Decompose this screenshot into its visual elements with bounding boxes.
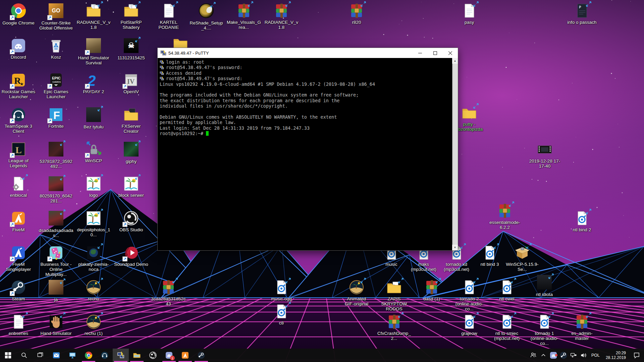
desktop-icon-make-visuals-grea[interactable]: Make_Visuals_Grea... — [226, 3, 261, 30]
desktop-icon-ntl-cwel[interactable]: ntl cwel — [489, 279, 524, 301]
taskbar-putty-button[interactable] — [113, 349, 129, 362]
taskbar-start-button[interactable] — [0, 349, 16, 362]
taskbar-fivem-button[interactable] — [177, 349, 193, 362]
tray-steam-icon[interactable] — [558, 351, 569, 359]
desktop-icon-business-tour-online-multiplay[interactable]: Business Tour - Online Multiplay... — [39, 245, 73, 277]
desktop-icon-cfxcrashdump-2[interactable]: CfxCrashDump_2... — [377, 314, 412, 341]
desktop-icon-payday-2[interactable]: 2 PAYDAY 2 — [76, 72, 111, 94]
desktop-icon-pasy[interactable]: pasy — [452, 3, 487, 25]
desktop-icon-soundpad-demo[interactable]: Soundpad Demo — [114, 245, 149, 267]
scrollbar-thumb[interactable] — [452, 64, 453, 245]
desktop-icon-53781872-3592492[interactable]: 53781872_3592492... — [39, 141, 73, 169]
desktop-icon-ntl-bind-2[interactable]: ntl bind 2 — [565, 210, 599, 232]
desktop-icon-fivem[interactable]: FiveM — [1, 210, 36, 232]
desktop-icon-bez-tytu-u[interactable]: Bez tytułu — [76, 107, 111, 129]
action-center-button[interactable] — [629, 352, 644, 359]
desktop-icon-logo[interactable]: logo — [76, 176, 111, 198]
desktop-icon-enblocal[interactable]: enblocal — [1, 176, 36, 198]
taskbar-taskview-button[interactable] — [32, 349, 48, 362]
desktop-icon-enbseries[interactable]: enbseries — [1, 314, 36, 336]
desktop-icon-3cda28a531d52c43[interactable]: 3cda28a531d52c43 — [151, 279, 186, 306]
desktop-icon-radiance-v-v1-8[interactable]: RADIANCE_V_v1.8 — [76, 3, 111, 30]
terminal-line — [160, 87, 457, 92]
desktop-icon-obs-studio[interactable]: OBS Studio — [114, 210, 149, 232]
desktop-icon-ntl-to-smiec-mp3cut-net[interactable]: ntl to smiec (mp3cut.net) — [489, 314, 524, 341]
desktop-icon-discord[interactable]: Discord — [1, 38, 36, 60]
scrollbar-down-arrow[interactable]: ▼ — [452, 245, 458, 250]
desktop-icon-info-o-passach[interactable]: P info o passach — [565, 3, 599, 25]
desktop-icon-depositphotos-10[interactable]: depositphotos_10... — [76, 210, 111, 237]
maximize-button[interactable] — [428, 48, 443, 58]
taskbar-explorer-button[interactable] — [129, 349, 145, 362]
desktop-icon-teamspeak-3-client[interactable]: TeamSpeak 3 Client — [1, 107, 36, 134]
desktop-icon-reshade-setup-4[interactable]: ReShade_Setup_4.... — [189, 3, 224, 31]
taskbar-discord-button[interactable]: 1 — [161, 349, 177, 362]
desktop-icon-zapis-skrypt-w-rodos[interactable]: ZAPIS SKRYPTÓW RODOS — [377, 279, 412, 311]
desktop-icon-winscp[interactable]: WinSCP — [76, 141, 111, 163]
desktop-icon-dsaddadsadsadas[interactable]: dsaddadsadsadas... — [39, 210, 73, 238]
desktop-icon-c8[interactable]: c8 — [264, 303, 299, 325]
desktop-icon-music-ogg[interactable]: music.ogg — [264, 279, 299, 301]
taskbar-teamspeak-button[interactable] — [97, 349, 113, 362]
tray-chevron-up-icon[interactable] — [538, 351, 548, 359]
language-indicator[interactable]: POL — [589, 353, 602, 358]
desktop-icon-rechu-1[interactable]: rechu (1) — [76, 314, 111, 336]
desktop-icon-openiv[interactable]: IV OpenIV — [114, 72, 149, 94]
desktop-icon-ja[interactable]: ja — [39, 279, 73, 302]
desktop-icon-hand-simulator-survival[interactable]: Hand Simulator Survival — [76, 38, 111, 65]
desktop-icon-tornado-2-online-audio-co[interactable]: tornado 2 (online-audio-co... — [452, 279, 487, 311]
tray-network-icon[interactable] — [569, 351, 579, 359]
desktop-icon-dasd-1[interactable]: dasd (1) — [414, 279, 449, 301]
desktop-icon-essentialmode-6-2-2[interactable]: essentialmode-6.2.2 — [487, 203, 522, 230]
desktop-icon-fxserver-creator[interactable]: FXServer Creator — [114, 107, 149, 134]
taskbar-steam-button[interactable] — [193, 349, 209, 362]
desktop-icon-animated-gif-original[interactable]: Animated GIF-original — [339, 279, 374, 306]
taskbar-obs-button[interactable] — [145, 349, 161, 362]
desktop-icon-epic-games-launcher[interactable]: EPIC GAMES Epic Games Launcher — [39, 72, 73, 99]
taskbar-chrome-button[interactable] — [80, 349, 97, 362]
taskbar-search-button[interactable] — [16, 349, 32, 362]
desktop-icon-fivem-singleplayer[interactable]: FiveM Singleplayer — [1, 245, 36, 272]
desktop-icon-11312315425[interactable]: ☠ 11312315425 — [114, 38, 149, 60]
desktop-icon-steam[interactable]: Steam — [1, 279, 36, 301]
desktop-icon-block-serwer[interactable]: block serwer — [114, 176, 149, 198]
desktop-icon-rechu[interactable]: rechu — [76, 279, 111, 301]
desktop-icon-league-of-legends[interactable]: L League of Legends — [1, 141, 36, 168]
scrollbar-up-arrow[interactable]: ▲ — [452, 58, 458, 64]
clock[interactable]: 20:29 28.12.2019 — [602, 351, 629, 360]
tray-volume-icon[interactable] — [579, 351, 589, 359]
taskbar-thispc-button[interactable] — [64, 349, 80, 362]
desktop-icon-ntl-idiota[interactable]: ntl idiota — [527, 274, 562, 297]
terminal-output[interactable]: login as: root root@54.38.49.47's passwo… — [158, 58, 458, 250]
tray-people-icon[interactable] — [528, 351, 538, 359]
desktop-icon-rockstar-games-launcher[interactable]: R ★ Rockstar Games Launcher — [1, 72, 36, 99]
terminal-scrollbar[interactable]: ▲ ▼ — [452, 58, 458, 250]
tray-discord-icon[interactable] — [548, 351, 558, 359]
desktop-icon-google-chrome[interactable]: Google Chrome — [1, 3, 36, 25]
desktop-icon-polstarrp-shadery[interactable]: PolStarRP Shadery — [114, 3, 149, 30]
compressed-arrows-icon — [98, 278, 103, 283]
desktop-icon-counter-strike-global-offensive[interactable]: GO Counter-Strike Global Offensive — [39, 3, 73, 31]
desktop-icon-kosz[interactable]: Kosz — [39, 38, 73, 60]
compressed-arrows-icon — [135, 174, 141, 180]
desktop-icon-plakaty-ziemia-noca[interactable]: plakaty-ziemia-noca — [76, 245, 111, 272]
putty-window[interactable]: 54.38.49.47 - PuTTY login as: root root@… — [157, 48, 458, 251]
desktop-icon-hand-simulator[interactable]: Hand Simulator — [39, 314, 73, 336]
desktop-icon-80259170-6042281[interactable]: 80259170_6042281... — [39, 176, 73, 203]
desktop-icon-es-admin-master[interactable]: es_admin-master — [565, 314, 599, 341]
minimize-button[interactable] — [413, 48, 428, 58]
desktop-icon-ntl-bind-3[interactable]: ntl bind 3 — [472, 245, 507, 267]
desktop-icon-radiance-v-v1-8[interactable]: RADIANCE_V_v1.8 — [264, 3, 299, 30]
desktop-icon-grajeow[interactable]: grajeow — [452, 314, 487, 336]
taskbar-mail-button[interactable] — [48, 349, 64, 362]
desktop-icon-2019-12-28-17-17-40[interactable]: 2019-12-28 17-17-40 — [527, 141, 562, 169]
close-button[interactable] — [443, 48, 458, 58]
desktop-icon-r820[interactable]: r820 — [339, 3, 374, 25]
desktop-icon-winscp-5-15-9-se[interactable]: WinSCP-5.15.9-Se... — [505, 245, 540, 272]
desktop-icon-tornado-1-online-audio-co[interactable]: tornado 1 (online-audio-co... — [527, 314, 562, 346]
desktop-icon-fortnite[interactable]: F Fortnite — [39, 107, 73, 129]
desktop-icon-giphy[interactable]: giphy — [114, 141, 149, 164]
desktop-icon-kartel-podanie[interactable]: KARTEL PODANIE — [151, 3, 186, 30]
compressed-arrows-icon — [98, 209, 103, 214]
putty-titlebar[interactable]: 54.38.49.47 - PuTTY — [158, 48, 458, 58]
